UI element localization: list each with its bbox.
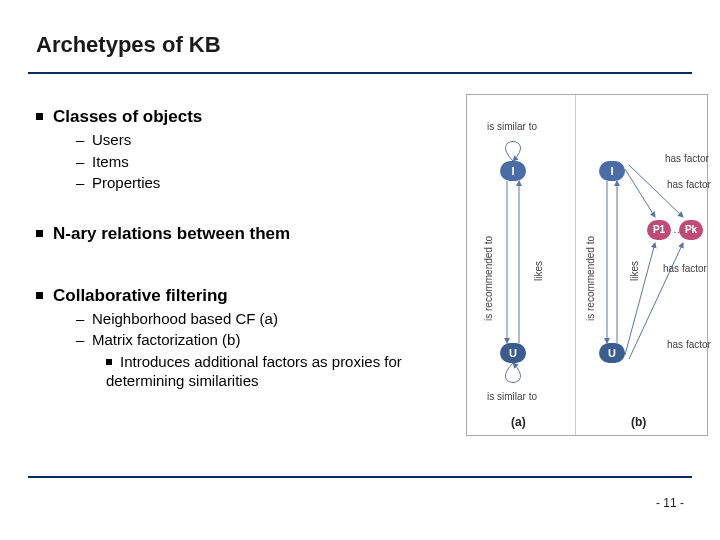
dash-icon: –	[76, 309, 86, 329]
bullet-classes-label: Classes of objects	[53, 107, 202, 126]
label-likes-b: likes	[629, 261, 640, 281]
slide: Archetypes of KB Classes of objects –Use…	[0, 0, 720, 540]
label-similar-a-top: is similar to	[487, 121, 537, 132]
label-recommended-a: is recommended to	[483, 236, 494, 321]
sub-cf-b: –Matrix factorization (b)	[76, 330, 456, 350]
sub-cf-a: –Neighborhood based CF (a)	[76, 309, 456, 329]
caption-b: (b)	[631, 415, 646, 429]
bullet-nary-label: N-ary relations between them	[53, 224, 290, 243]
dash-icon: –	[76, 152, 86, 172]
node-U-b: U	[599, 343, 625, 363]
label-recommended-b: is recommended to	[585, 236, 596, 321]
sub-cf-b-detail-label: Introduces additional factors as proxies…	[106, 353, 402, 390]
square-bullet-icon	[106, 359, 112, 365]
sub-cf-b-detail: Introduces additional factors as proxies…	[106, 352, 456, 391]
node-I-a: I	[500, 161, 526, 181]
label-likes-a: likes	[533, 261, 544, 281]
sub-items: –Items	[76, 152, 456, 172]
square-bullet-icon	[36, 113, 43, 120]
bullet-nary: N-ary relations between them	[36, 223, 456, 245]
square-bullet-icon	[36, 292, 43, 299]
caption-a: (a)	[511, 415, 526, 429]
sub-cf-a-label: Neighborhood based CF (a)	[92, 310, 278, 327]
title-rule	[28, 72, 692, 74]
dash-icon: –	[76, 173, 86, 193]
figure: I U I U P1 Pk … is similar to is similar…	[466, 94, 708, 436]
ellipsis: …	[673, 223, 684, 235]
label-has-factor-1: has factor	[665, 153, 709, 164]
footer-rule	[28, 476, 692, 478]
dash-icon: –	[76, 330, 86, 350]
svg-line-4	[625, 169, 655, 217]
bullet-classes: Classes of objects	[36, 106, 456, 128]
sub-properties: –Properties	[76, 173, 456, 193]
sub-users-label: Users	[92, 131, 131, 148]
node-I-b: I	[599, 161, 625, 181]
label-has-factor-4: has factor	[667, 339, 711, 350]
sub-items-label: Items	[92, 153, 129, 170]
bullet-cf-label: Collaborative filtering	[53, 286, 228, 305]
sub-properties-label: Properties	[92, 174, 160, 191]
bullet-cf: Collaborative filtering	[36, 285, 456, 307]
svg-line-5	[629, 165, 683, 217]
dash-icon: –	[76, 130, 86, 150]
figure-divider	[575, 95, 576, 435]
sub-users: –Users	[76, 130, 456, 150]
square-bullet-icon	[36, 230, 43, 237]
node-P1: P1	[647, 220, 671, 240]
content-area: Classes of objects –Users –Items –Proper…	[36, 96, 456, 393]
sub-cf-b-label: Matrix factorization (b)	[92, 331, 240, 348]
slide-title: Archetypes of KB	[36, 32, 221, 58]
label-has-factor-2: has factor	[667, 179, 711, 190]
label-has-factor-3: has factor	[663, 263, 707, 274]
label-similar-a-bottom: is similar to	[487, 391, 537, 402]
svg-line-6	[625, 243, 655, 355]
node-U-a: U	[500, 343, 526, 363]
page-number: - 11 -	[656, 496, 684, 510]
